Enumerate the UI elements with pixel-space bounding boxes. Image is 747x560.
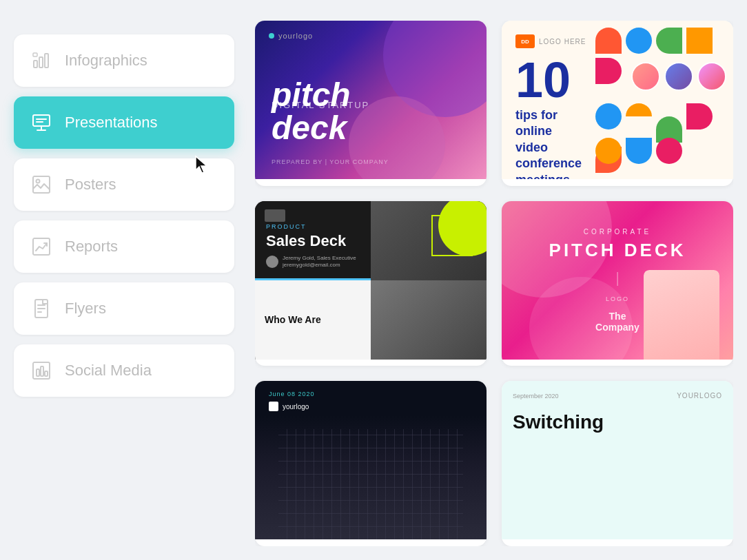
card-product-sales[interactable]: PRODUCT Sales Deck Jeremy Gold, Sales Ex… (255, 201, 487, 366)
card2-logo-text: LOGO HERE (539, 38, 586, 45)
sidebar-item-label: Presentations (65, 114, 158, 132)
svg-rect-19 (45, 371, 48, 376)
card-image: CORPORATE PITCH DECK LOGO The Company (502, 201, 733, 360)
card2-logo-icon: DD (515, 34, 535, 48)
sidebar-item-label: Infographics (65, 52, 147, 70)
card-corporate-pitch[interactable]: CORPORATE PITCH DECK LOGO The Company Co… (502, 201, 733, 366)
sidebar-item-reports[interactable]: Reports (14, 220, 234, 273)
card3-person-name: Jeremy Gold, Sales Executive (283, 255, 356, 262)
trending-icon (30, 236, 52, 258)
content-grid: yourlogo digital startup pitch deck PREP… (255, 21, 733, 546)
svg-rect-18 (41, 366, 43, 376)
svg-rect-11 (33, 238, 50, 255)
card6-logo: YOURLOGO (677, 392, 722, 400)
bar-icon (30, 360, 52, 382)
card3-person-email: jeremygold@email.com (283, 262, 356, 269)
sidebar-item-social-media[interactable]: Social Media (14, 344, 234, 397)
card5-logo-text: yourlogo (283, 403, 309, 411)
card-label: Online Meeting Tips (502, 179, 733, 186)
card1-prepared-by: PREPARED BY | YOUR COMPANY (272, 158, 389, 165)
svg-rect-0 (34, 61, 37, 68)
svg-rect-2 (45, 54, 48, 68)
card4-corp-label: CORPORATE (525, 228, 710, 236)
bar-chart-icon (30, 50, 52, 72)
image-icon (30, 174, 52, 196)
svg-rect-4 (33, 115, 50, 126)
card2-number: 10 (515, 55, 595, 105)
sidebar-item-infographics[interactable]: Infographics (14, 34, 234, 87)
card-label: Product Sales Deck (255, 360, 487, 366)
svg-point-10 (37, 180, 40, 183)
card-building[interactable]: June 08 2020 yourlogo (255, 381, 487, 546)
svg-rect-17 (37, 369, 39, 376)
card2-title: tips for online video conference meeting… (515, 107, 595, 179)
svg-rect-9 (33, 176, 50, 193)
card-label (255, 539, 487, 546)
sidebar-item-posters[interactable]: Posters (14, 158, 234, 211)
sidebar-item-label: Flyers (65, 300, 106, 318)
card4-pitch-title: PITCH DECK (525, 240, 710, 261)
card3-sales-title: Sales Deck (266, 233, 360, 249)
card-image: DD LOGO HERE 10 tips for online video co… (502, 21, 733, 179)
card1-title: pitch deck (272, 79, 351, 145)
card-label: Corporate Pitch Deck (502, 360, 733, 366)
app-layout: Infographics Presentations (0, 0, 747, 560)
card-switching[interactable]: September 2020 YOURLOGO Switching (502, 381, 733, 546)
card-online-meeting[interactable]: DD LOGO HERE 10 tips for online video co… (502, 21, 733, 186)
card6-date: September 2020 (513, 393, 559, 400)
card-image: yourlogo digital startup pitch deck PREP… (255, 21, 487, 179)
svg-text:DD: DD (521, 39, 529, 45)
sidebar-item-label: Reports (65, 238, 118, 256)
card3-product-label: PRODUCT (266, 223, 360, 230)
card3-who-we-are: Who We Are (265, 314, 321, 325)
sidebar-item-label: Posters (65, 176, 116, 194)
card5-date: June 08 2020 (269, 391, 315, 397)
sidebar-item-label: Social Media (65, 362, 152, 380)
card1-logo-text: yourlogo (278, 32, 313, 40)
card-digital-startup[interactable]: yourlogo digital startup pitch deck PREP… (255, 21, 487, 186)
card-label: Digital Startup Pitch Deck (255, 179, 487, 186)
presentation-icon (30, 112, 52, 134)
sidebar-item-flyers[interactable]: Flyers (14, 282, 234, 335)
card6-title: Switching (513, 411, 722, 434)
card-image: September 2020 YOURLOGO Switching (502, 381, 733, 539)
card-image: June 08 2020 yourlogo (255, 381, 487, 539)
card-label (502, 539, 733, 546)
svg-rect-3 (33, 53, 37, 56)
doc-icon (30, 298, 52, 320)
sidebar-item-presentations[interactable]: Presentations (14, 96, 234, 149)
card-image: PRODUCT Sales Deck Jeremy Gold, Sales Ex… (255, 201, 487, 360)
sidebar: Infographics Presentations (14, 21, 234, 546)
svg-rect-1 (39, 57, 43, 68)
